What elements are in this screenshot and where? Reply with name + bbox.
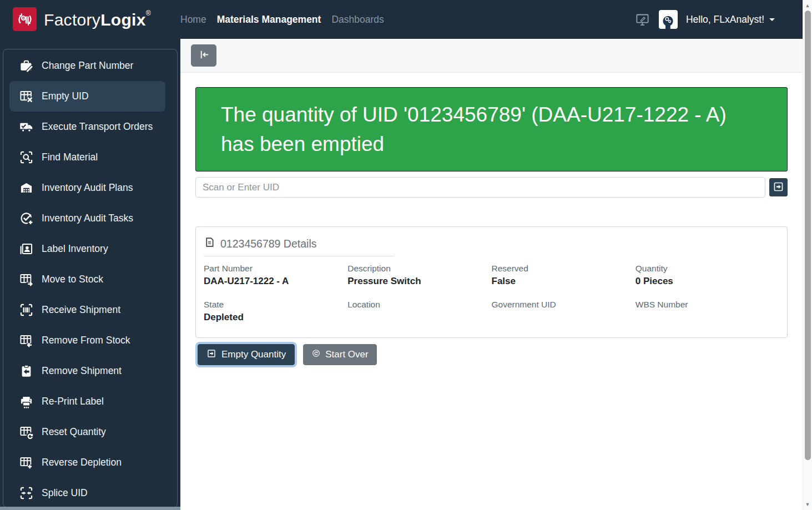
- scroll-down-icon[interactable]: ▼: [803, 502, 812, 507]
- sidebar-item-label-inventory[interactable]: Label Inventory: [9, 234, 165, 264]
- toolbar: [180, 39, 803, 73]
- collapse-left-icon: [198, 48, 210, 63]
- sidebar-item-inventory-audit-plans[interactable]: Inventory Audit Plans: [9, 173, 165, 203]
- brand-name: FactoryLogix®: [44, 9, 151, 29]
- field-part-number: Part Number DAA-U217-1222 - A: [204, 264, 347, 287]
- sidebar-item-label: Receive Shipment: [42, 304, 120, 316]
- circle-check-plus-icon: [18, 210, 34, 227]
- sidebar-item-change-part-number[interactable]: Change Part Number: [9, 51, 165, 81]
- sidebar-item-label: Execute Transport Orders: [42, 121, 153, 133]
- sidebar-item-label: Remove Shipment: [42, 365, 122, 377]
- sidebar-item-move-to-stock[interactable]: Move to Stock: [9, 264, 165, 295]
- sidebar-item-label: Empty UID: [42, 90, 89, 102]
- sidebar-item-empty-uid[interactable]: Empty UID: [9, 81, 165, 112]
- sidebar-item-remove-from-stock[interactable]: Remove From Stock: [9, 325, 165, 356]
- greeting-text: Hello, FLxAnalyst!: [686, 14, 764, 26]
- uid-details-card: 0123456789 Details Part Number DAA-U217-…: [195, 226, 788, 338]
- field-state: State Depleted: [204, 300, 347, 324]
- sidebar-item-label: Move to Stock: [42, 274, 103, 285]
- arrow-right-square-icon: [773, 181, 784, 194]
- field-location: Location: [347, 300, 491, 324]
- main-area: The quantity of UID '0123456789' (DAA-U2…: [180, 39, 803, 510]
- top-nav: Home Materials Management Dashboards: [180, 0, 395, 39]
- field-government-uid: Government UID: [492, 300, 636, 324]
- grid-arrow-right-icon: [18, 271, 34, 288]
- nav-home[interactable]: Home: [180, 14, 206, 26]
- sidebar-item-execute-transport-orders[interactable]: Execute Transport Orders: [9, 112, 165, 142]
- content: The quantity of UID '0123456789' (DAA-U2…: [180, 73, 803, 365]
- barcode-scan-icon: [18, 302, 34, 319]
- field-reserved: Reserved False: [492, 264, 636, 287]
- sidebar-item-label: Inventory Audit Tasks: [42, 213, 133, 224]
- start-over-button[interactable]: Start Over: [303, 344, 376, 365]
- briefcase-pencil-icon: [18, 58, 34, 74]
- card-title: 0123456789 Details: [220, 238, 316, 250]
- sidebar-item-receive-shipment[interactable]: Receive Shipment: [9, 295, 165, 325]
- chevron-down-icon: [769, 18, 775, 21]
- sidebar-item-label: Reset Quantity: [42, 426, 106, 438]
- field-description: Description Pressure Switch: [347, 264, 491, 287]
- uid-submit-button[interactable]: [769, 178, 788, 196]
- uid-scan-row: [195, 177, 788, 198]
- id-card-icon: [18, 241, 34, 257]
- details-fields: Part Number DAA-U217-1222 - A Descriptio…: [203, 256, 780, 324]
- sidebar-item-re-print-label[interactable]: Re-Print Label: [9, 386, 165, 417]
- clipboard-arrow-left-icon: [18, 363, 34, 380]
- sidebar-item-reverse-depletion[interactable]: Reverse Depletion: [9, 447, 165, 478]
- sidebar-item-label: Remove From Stock: [42, 335, 130, 346]
- sidebar-item-label: Find Material: [42, 152, 98, 163]
- arrow-right-square-icon: [206, 349, 216, 361]
- empty-quantity-button[interactable]: Empty Quantity: [198, 344, 295, 365]
- scroll-up-icon[interactable]: ▲: [803, 3, 812, 8]
- factorylogix-logo-icon: [13, 7, 37, 31]
- user-menu[interactable]: Hello, FLxAnalyst!: [686, 14, 775, 26]
- header-right: Hello, FLxAnalyst!: [635, 0, 775, 39]
- file-text-icon: [204, 236, 215, 251]
- collapse-sidebar-button[interactable]: [191, 44, 216, 67]
- warehouse-icon: [18, 180, 34, 196]
- sidebar-item-splice-uid[interactable]: Splice UID: [9, 478, 165, 508]
- nav-materials-management[interactable]: Materials Management: [217, 14, 321, 26]
- scrollbar-thumb[interactable]: [805, 11, 811, 460]
- sidebar-bottom-strip: [0, 507, 180, 510]
- sidebar-item-label: Splice UID: [42, 487, 88, 499]
- uid-input[interactable]: [195, 177, 765, 198]
- brand[interactable]: FactoryLogix®: [13, 7, 151, 31]
- sidebar-item-label: Label Inventory: [42, 243, 108, 255]
- user-avatar[interactable]: [659, 10, 678, 29]
- field-quantity: Quantity 0 Pieces: [636, 264, 779, 287]
- monitor-edit-icon[interactable]: [635, 12, 650, 27]
- grid-x-icon: [18, 88, 34, 105]
- grid-arrow-left-icon: [18, 332, 34, 349]
- action-buttons: Empty Quantity Start Over: [195, 344, 788, 365]
- truck-check-icon: [18, 119, 34, 135]
- sidebar-item-inventory-audit-tasks[interactable]: Inventory Audit Tasks: [9, 203, 165, 234]
- sidebar-item-remove-shipment[interactable]: Remove Shipment: [9, 356, 165, 386]
- grid-plus-icon: [18, 455, 34, 471]
- success-alert: The quantity of UID '0123456789' (DAA-U2…: [195, 87, 788, 171]
- vertical-scrollbar: ▲ ▼: [803, 0, 812, 510]
- sidebar-item-label: Re-Print Label: [42, 396, 104, 407]
- sidebar-item-label: Reverse Depletion: [42, 457, 122, 468]
- sidebar-item-find-material[interactable]: Find Material: [9, 142, 165, 173]
- sidebar-menu: Change Part Number Empty UID: [3, 49, 178, 508]
- sidebar: Change Part Number Empty UID: [0, 39, 180, 510]
- nav-dashboards[interactable]: Dashboards: [331, 14, 384, 26]
- success-alert-text: The quantity of UID '0123456789' (DAA-U2…: [221, 103, 727, 155]
- grid-refresh-icon: [18, 424, 34, 441]
- sidebar-item-label: Change Part Number: [42, 60, 133, 72]
- field-wbs-number: WBS Number: [636, 300, 779, 324]
- app-header: FactoryLogix® Home Materials Management …: [0, 0, 803, 39]
- card-header: 0123456789 Details: [203, 232, 780, 256]
- restart-icon: [311, 349, 321, 361]
- scan-search-icon: [18, 149, 34, 166]
- sidebar-item-reset-quantity[interactable]: Reset Quantity: [9, 417, 165, 447]
- splice-arrows-icon: [18, 485, 34, 502]
- sidebar-item-label: Inventory Audit Plans: [42, 182, 133, 194]
- printer-icon: [18, 393, 34, 410]
